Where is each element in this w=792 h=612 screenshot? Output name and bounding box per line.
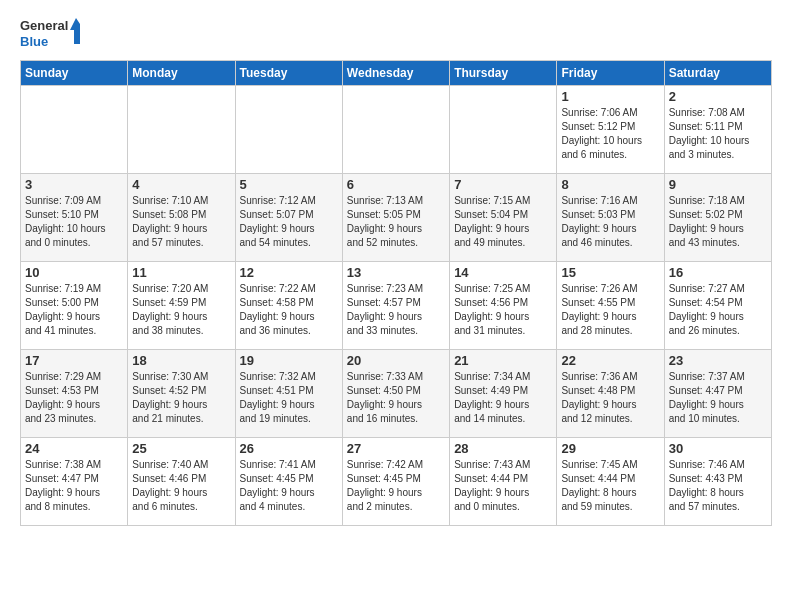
logo: General Blue [20, 16, 80, 52]
calendar-cell: 28Sunrise: 7:43 AM Sunset: 4:44 PM Dayli… [450, 438, 557, 526]
calendar-cell: 27Sunrise: 7:42 AM Sunset: 4:45 PM Dayli… [342, 438, 449, 526]
svg-text:General: General [20, 18, 68, 33]
day-info: Sunrise: 7:18 AM Sunset: 5:02 PM Dayligh… [669, 194, 767, 250]
day-number: 11 [132, 265, 230, 280]
calendar-cell: 30Sunrise: 7:46 AM Sunset: 4:43 PM Dayli… [664, 438, 771, 526]
calendar-week-row: 10Sunrise: 7:19 AM Sunset: 5:00 PM Dayli… [21, 262, 772, 350]
calendar-cell: 8Sunrise: 7:16 AM Sunset: 5:03 PM Daylig… [557, 174, 664, 262]
calendar-cell: 26Sunrise: 7:41 AM Sunset: 4:45 PM Dayli… [235, 438, 342, 526]
day-header-friday: Friday [557, 61, 664, 86]
calendar-week-row: 17Sunrise: 7:29 AM Sunset: 4:53 PM Dayli… [21, 350, 772, 438]
calendar-cell: 9Sunrise: 7:18 AM Sunset: 5:02 PM Daylig… [664, 174, 771, 262]
calendar-cell [450, 86, 557, 174]
day-info: Sunrise: 7:37 AM Sunset: 4:47 PM Dayligh… [669, 370, 767, 426]
day-info: Sunrise: 7:40 AM Sunset: 4:46 PM Dayligh… [132, 458, 230, 514]
logo-svg: General Blue [20, 16, 80, 52]
day-info: Sunrise: 7:46 AM Sunset: 4:43 PM Dayligh… [669, 458, 767, 514]
day-info: Sunrise: 7:20 AM Sunset: 4:59 PM Dayligh… [132, 282, 230, 338]
calendar-cell: 21Sunrise: 7:34 AM Sunset: 4:49 PM Dayli… [450, 350, 557, 438]
day-info: Sunrise: 7:27 AM Sunset: 4:54 PM Dayligh… [669, 282, 767, 338]
day-number: 12 [240, 265, 338, 280]
calendar-cell [342, 86, 449, 174]
calendar-cell: 7Sunrise: 7:15 AM Sunset: 5:04 PM Daylig… [450, 174, 557, 262]
calendar-cell: 13Sunrise: 7:23 AM Sunset: 4:57 PM Dayli… [342, 262, 449, 350]
page: General Blue SundayMondayTuesdayWednesda… [0, 0, 792, 536]
calendar-cell: 22Sunrise: 7:36 AM Sunset: 4:48 PM Dayli… [557, 350, 664, 438]
day-info: Sunrise: 7:26 AM Sunset: 4:55 PM Dayligh… [561, 282, 659, 338]
day-info: Sunrise: 7:12 AM Sunset: 5:07 PM Dayligh… [240, 194, 338, 250]
day-number: 21 [454, 353, 552, 368]
calendar-cell: 10Sunrise: 7:19 AM Sunset: 5:00 PM Dayli… [21, 262, 128, 350]
day-number: 4 [132, 177, 230, 192]
day-info: Sunrise: 7:25 AM Sunset: 4:56 PM Dayligh… [454, 282, 552, 338]
day-number: 6 [347, 177, 445, 192]
day-number: 28 [454, 441, 552, 456]
day-info: Sunrise: 7:36 AM Sunset: 4:48 PM Dayligh… [561, 370, 659, 426]
day-info: Sunrise: 7:29 AM Sunset: 4:53 PM Dayligh… [25, 370, 123, 426]
calendar-cell: 18Sunrise: 7:30 AM Sunset: 4:52 PM Dayli… [128, 350, 235, 438]
calendar-cell: 12Sunrise: 7:22 AM Sunset: 4:58 PM Dayli… [235, 262, 342, 350]
day-info: Sunrise: 7:13 AM Sunset: 5:05 PM Dayligh… [347, 194, 445, 250]
day-number: 1 [561, 89, 659, 104]
day-number: 16 [669, 265, 767, 280]
calendar-cell [235, 86, 342, 174]
calendar-week-row: 3Sunrise: 7:09 AM Sunset: 5:10 PM Daylig… [21, 174, 772, 262]
calendar-cell [128, 86, 235, 174]
day-info: Sunrise: 7:32 AM Sunset: 4:51 PM Dayligh… [240, 370, 338, 426]
day-info: Sunrise: 7:10 AM Sunset: 5:08 PM Dayligh… [132, 194, 230, 250]
day-header-monday: Monday [128, 61, 235, 86]
calendar-cell: 24Sunrise: 7:38 AM Sunset: 4:47 PM Dayli… [21, 438, 128, 526]
calendar-cell: 11Sunrise: 7:20 AM Sunset: 4:59 PM Dayli… [128, 262, 235, 350]
calendar-cell: 6Sunrise: 7:13 AM Sunset: 5:05 PM Daylig… [342, 174, 449, 262]
day-header-tuesday: Tuesday [235, 61, 342, 86]
day-number: 22 [561, 353, 659, 368]
calendar-cell: 5Sunrise: 7:12 AM Sunset: 5:07 PM Daylig… [235, 174, 342, 262]
day-info: Sunrise: 7:45 AM Sunset: 4:44 PM Dayligh… [561, 458, 659, 514]
day-number: 18 [132, 353, 230, 368]
day-info: Sunrise: 7:08 AM Sunset: 5:11 PM Dayligh… [669, 106, 767, 162]
day-info: Sunrise: 7:30 AM Sunset: 4:52 PM Dayligh… [132, 370, 230, 426]
calendar-cell: 1Sunrise: 7:06 AM Sunset: 5:12 PM Daylig… [557, 86, 664, 174]
day-number: 10 [25, 265, 123, 280]
day-number: 26 [240, 441, 338, 456]
day-number: 13 [347, 265, 445, 280]
day-info: Sunrise: 7:38 AM Sunset: 4:47 PM Dayligh… [25, 458, 123, 514]
day-number: 8 [561, 177, 659, 192]
day-number: 29 [561, 441, 659, 456]
day-number: 5 [240, 177, 338, 192]
day-number: 15 [561, 265, 659, 280]
day-number: 9 [669, 177, 767, 192]
calendar-cell: 17Sunrise: 7:29 AM Sunset: 4:53 PM Dayli… [21, 350, 128, 438]
calendar-cell: 20Sunrise: 7:33 AM Sunset: 4:50 PM Dayli… [342, 350, 449, 438]
day-info: Sunrise: 7:23 AM Sunset: 4:57 PM Dayligh… [347, 282, 445, 338]
day-info: Sunrise: 7:43 AM Sunset: 4:44 PM Dayligh… [454, 458, 552, 514]
day-header-saturday: Saturday [664, 61, 771, 86]
day-info: Sunrise: 7:34 AM Sunset: 4:49 PM Dayligh… [454, 370, 552, 426]
day-info: Sunrise: 7:09 AM Sunset: 5:10 PM Dayligh… [25, 194, 123, 250]
calendar-cell: 2Sunrise: 7:08 AM Sunset: 5:11 PM Daylig… [664, 86, 771, 174]
day-number: 7 [454, 177, 552, 192]
svg-marker-2 [70, 18, 80, 44]
calendar-week-row: 1Sunrise: 7:06 AM Sunset: 5:12 PM Daylig… [21, 86, 772, 174]
day-info: Sunrise: 7:33 AM Sunset: 4:50 PM Dayligh… [347, 370, 445, 426]
calendar-week-row: 24Sunrise: 7:38 AM Sunset: 4:47 PM Dayli… [21, 438, 772, 526]
day-info: Sunrise: 7:22 AM Sunset: 4:58 PM Dayligh… [240, 282, 338, 338]
day-number: 20 [347, 353, 445, 368]
calendar-cell: 16Sunrise: 7:27 AM Sunset: 4:54 PM Dayli… [664, 262, 771, 350]
day-info: Sunrise: 7:16 AM Sunset: 5:03 PM Dayligh… [561, 194, 659, 250]
calendar-cell: 29Sunrise: 7:45 AM Sunset: 4:44 PM Dayli… [557, 438, 664, 526]
calendar-cell: 19Sunrise: 7:32 AM Sunset: 4:51 PM Dayli… [235, 350, 342, 438]
day-info: Sunrise: 7:06 AM Sunset: 5:12 PM Dayligh… [561, 106, 659, 162]
day-number: 19 [240, 353, 338, 368]
day-info: Sunrise: 7:41 AM Sunset: 4:45 PM Dayligh… [240, 458, 338, 514]
calendar-cell: 3Sunrise: 7:09 AM Sunset: 5:10 PM Daylig… [21, 174, 128, 262]
day-header-thursday: Thursday [450, 61, 557, 86]
calendar-cell: 4Sunrise: 7:10 AM Sunset: 5:08 PM Daylig… [128, 174, 235, 262]
calendar-cell [21, 86, 128, 174]
calendar-cell: 25Sunrise: 7:40 AM Sunset: 4:46 PM Dayli… [128, 438, 235, 526]
day-number: 23 [669, 353, 767, 368]
day-number: 24 [25, 441, 123, 456]
day-number: 30 [669, 441, 767, 456]
header: General Blue [20, 16, 772, 52]
day-header-wednesday: Wednesday [342, 61, 449, 86]
